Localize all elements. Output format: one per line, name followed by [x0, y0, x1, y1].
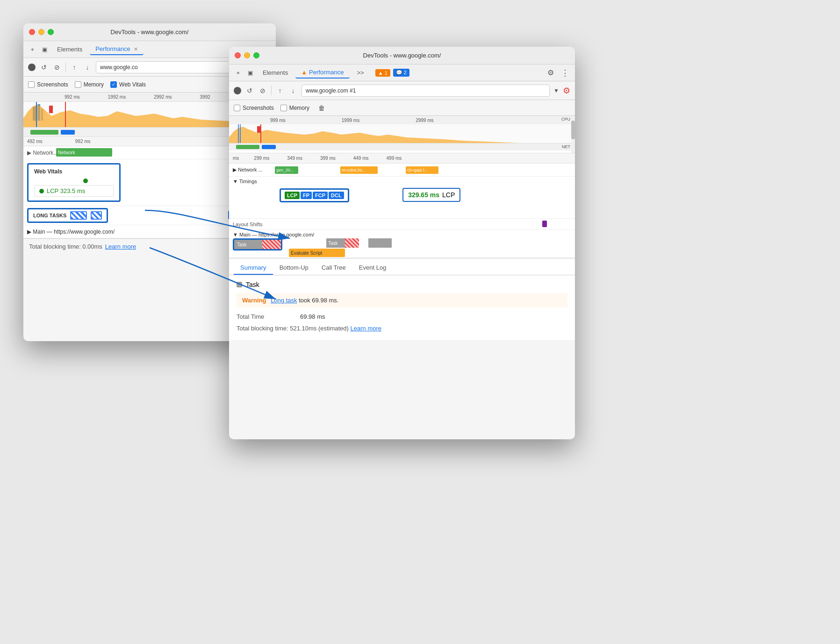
front-screenshots-checkbox[interactable]: Screenshots	[234, 105, 274, 111]
front-settings-button[interactable]: ⚙	[563, 86, 570, 96]
back-screenshots-checkbox[interactable]: Screenshots	[28, 81, 68, 88]
back-maximize-button[interactable]	[48, 29, 54, 35]
back-close-button[interactable]	[29, 29, 35, 35]
front-cpu-wave	[229, 124, 575, 143]
back-clear-button[interactable]: ⊘	[52, 63, 62, 72]
front-upload-button[interactable]: ↑	[275, 86, 285, 95]
front-overview-ruler: 999 ms 1999 ms 2999 ms CPU	[229, 116, 575, 124]
front-more-button[interactable]: ⋮	[559, 68, 571, 78]
front-timing-badges-box: LCP FP FCP DCL	[280, 188, 349, 202]
back-wv-dot	[83, 179, 88, 183]
front-lcp-label-text: LCP	[442, 191, 455, 199]
front-total-blocking-value: 521.10ms (estimated)	[290, 325, 349, 332]
back-lcp-value: LCP 323.5 ms	[47, 187, 85, 194]
front-total-time-value: 69.98 ms	[300, 313, 325, 320]
front-cursor-icon[interactable]: ⌖	[233, 68, 243, 78]
back-long-task-bar-1	[70, 211, 87, 220]
front-network-section: ▶ Network ... gen_20... m=cdos,hs... cb=…	[229, 164, 575, 177]
svg-marker-7	[229, 127, 519, 143]
back-long-task-bar-2	[91, 211, 102, 220]
front-checkbox-row: Screenshots Memory 🗑	[229, 100, 575, 116]
front-timeline-overview: 999 ms 1999 ms 2999 ms CPU NET	[229, 116, 575, 153]
front-main-section: ▼ Main — https://www.google.com/ Task Ta…	[229, 230, 575, 258]
front-task-color-indicator	[237, 282, 242, 287]
front-close-button[interactable]	[235, 52, 241, 58]
svg-rect-11	[257, 126, 261, 133]
front-devtools-window: DevTools - www.google.com/ ⌖ ▣ Elements …	[229, 47, 575, 439]
front-scrollbar-v[interactable]	[571, 116, 575, 153]
front-warning-badge: ▲ 1	[375, 69, 390, 77]
front-task-header: Task	[237, 281, 567, 288]
front-task-bar-3	[368, 238, 392, 248]
front-summary-content: Task Warning Long task took 69.98 ms. To…	[229, 275, 575, 340]
back-lcp-dot	[39, 189, 44, 193]
front-url-input[interactable]	[302, 85, 550, 97]
back-upload-button[interactable]: ↑	[70, 63, 79, 72]
front-tab-bottom-up[interactable]: Bottom-Up	[273, 261, 315, 275]
back-record-button[interactable]	[28, 64, 36, 71]
front-bottom-tabs: Summary Bottom-Up Call Tree Event Log	[229, 258, 575, 275]
front-learn-more-link[interactable]: Learn more	[351, 325, 381, 332]
back-download-button[interactable]: ↓	[83, 63, 92, 72]
front-traffic-lights	[235, 52, 259, 58]
front-maximize-button[interactable]	[253, 52, 259, 58]
front-cpu-chart-overview	[229, 124, 575, 143]
back-tab-performance[interactable]: Performance ✕	[90, 43, 144, 55]
front-clear-button[interactable]: ⊘	[258, 86, 267, 95]
back-net-bar-2	[61, 130, 75, 135]
front-layout-shifts-section: Layout Shifts	[229, 219, 575, 230]
front-warning-label: Warning	[242, 297, 266, 304]
front-net-bar-gen: gen_20...	[275, 166, 298, 174]
front-tab-summary[interactable]: Summary	[234, 261, 273, 275]
front-tab-elements[interactable]: Elements	[257, 67, 294, 78]
back-lcp-metric: LCP 323.5 ms	[34, 185, 114, 197]
front-fcp-badge: FCP	[313, 192, 328, 199]
front-detail-ruler: ms 299 ms 349 ms 399 ms 449 ms 499 ms	[229, 153, 575, 164]
front-evaluate-script-bar: Evaluate Script	[289, 249, 345, 257]
front-panel-icon[interactable]: ▣	[245, 68, 255, 78]
front-reload-button[interactable]: ↺	[245, 86, 254, 95]
front-warning-row: Warning Long task took 69.98 ms.	[237, 293, 567, 308]
front-total-time-label: Total Time	[237, 313, 293, 320]
back-learn-more-link[interactable]: Learn more	[105, 243, 136, 250]
front-memory-checkbox[interactable]: Memory	[280, 105, 309, 111]
back-memory-checkbox[interactable]: Memory	[75, 81, 104, 88]
front-tab-performance[interactable]: ▲ Performance	[295, 67, 349, 79]
front-download-button[interactable]: ↓	[288, 86, 298, 95]
front-task-bar-2: Task	[326, 238, 359, 248]
front-trash-button[interactable]: 🗑	[318, 104, 325, 112]
front-task-name: Task	[246, 281, 259, 288]
front-lcp-tooltip: 329.65 ms LCP	[402, 188, 460, 202]
back-long-tasks-label: LONG TASKS	[33, 213, 66, 218]
back-title-bar: DevTools - www.google.com/	[23, 23, 276, 41]
front-record-button[interactable]	[234, 87, 241, 94]
front-net-bar-overview-2	[262, 145, 276, 149]
front-timings-label: ▼ Timings	[233, 179, 571, 184]
back-cursor-icon[interactable]: ⌖	[27, 44, 37, 55]
front-url-dropdown[interactable]: ▼	[553, 87, 559, 94]
back-panel-icon[interactable]: ▣	[39, 44, 50, 55]
back-tab-elements[interactable]: Elements	[51, 44, 88, 55]
back-net-bar-1	[30, 130, 58, 135]
front-minimize-button[interactable]	[244, 52, 250, 58]
back-minimize-button[interactable]	[38, 29, 44, 35]
front-network-label: ▶ Network ...	[233, 167, 275, 173]
front-scrollbar-thumb[interactable]	[571, 121, 575, 139]
front-tab-call-tree[interactable]: Call Tree	[315, 261, 352, 275]
back-network-bar: Network	[56, 148, 112, 157]
front-long-task-link[interactable]: Long task	[271, 297, 297, 304]
front-net-bar-gapi: cb=gapi.l...	[406, 166, 438, 174]
back-webvitals-checkbox[interactable]: ✓ Web Vitals	[110, 81, 146, 88]
front-tab-bar: ⌖ ▣ Elements ▲ Performance >> ▲ 1 💬 2 ⚙ …	[229, 64, 575, 81]
front-comment-badge: 💬 2	[393, 69, 409, 77]
front-total-time-row: Total Time 69.98 ms	[237, 311, 567, 322]
back-window-title: DevTools - www.google.com/	[111, 29, 189, 36]
front-gear-button[interactable]: ⚙	[545, 67, 556, 79]
front-cpu-label-overview: CPU	[561, 117, 570, 122]
front-total-blocking-label: Total blocking time:	[237, 325, 288, 332]
front-tab-event-log[interactable]: Event Log	[352, 261, 393, 275]
front-tab-more[interactable]: >>	[352, 67, 370, 78]
front-window-title: DevTools - www.google.com/	[363, 52, 441, 59]
back-reload-button[interactable]: ↺	[39, 63, 49, 72]
front-layout-shifts-label: Layout Shifts	[233, 222, 263, 227]
